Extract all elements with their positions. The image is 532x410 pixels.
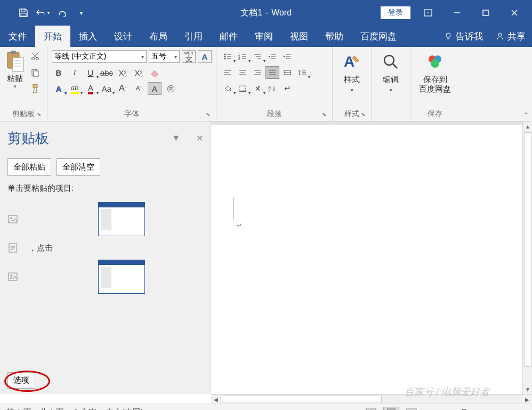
enclose-char-button[interactable]: ㊫: [164, 82, 178, 95]
redo-icon[interactable]: [54, 5, 69, 20]
print-layout-button[interactable]: [383, 407, 399, 411]
horizontal-scrollbar[interactable]: ◀ ▶: [211, 394, 532, 404]
copy-button[interactable]: [29, 66, 42, 79]
text-effects-button[interactable]: A▾: [52, 82, 66, 95]
increase-indent-button[interactable]: [280, 50, 294, 63]
line-spacing-button[interactable]: ▾: [295, 66, 309, 79]
dialog-launcher-icon[interactable]: ⬊: [35, 111, 43, 119]
tab-help[interactable]: 帮助: [317, 26, 352, 47]
borders-button[interactable]: ▾: [236, 82, 249, 95]
phonetic-guide-button[interactable]: wén文: [182, 50, 196, 63]
clipboard-item[interactable]: [7, 199, 203, 239]
sort-button[interactable]: AZ: [265, 82, 279, 95]
superscript-button[interactable]: X2: [132, 66, 146, 79]
dialog-launcher-icon[interactable]: ⬊: [359, 111, 367, 119]
align-justify-button[interactable]: [265, 66, 279, 79]
scroll-right-icon[interactable]: ▶: [522, 395, 532, 404]
cut-button[interactable]: [29, 50, 42, 63]
font-size-combo[interactable]: 五号▾: [149, 50, 180, 63]
page-status[interactable]: 第 1 页，共 1 页: [6, 407, 64, 410]
scroll-thumb[interactable]: [222, 396, 382, 403]
decrease-indent-button[interactable]: [265, 50, 279, 63]
align-center-button[interactable]: [236, 66, 249, 79]
tab-insert[interactable]: 插入: [70, 26, 106, 47]
tab-home[interactable]: 开始: [35, 26, 70, 47]
edit-button[interactable]: 编辑▾: [375, 49, 407, 109]
panel-close-icon[interactable]: ✕: [196, 133, 203, 143]
doc-name: 文档1: [240, 7, 262, 19]
tab-review[interactable]: 审阅: [246, 26, 281, 47]
save-icon[interactable]: [16, 5, 31, 20]
collapse-ribbon-icon[interactable]: ⌃: [523, 111, 529, 119]
multilevel-button[interactable]: ▾: [251, 50, 264, 63]
minimize-icon[interactable]: [446, 4, 468, 21]
underline-button[interactable]: U▾: [84, 66, 98, 79]
share-button[interactable]: 共享: [489, 26, 532, 47]
scroll-down-icon[interactable]: ▼: [523, 384, 532, 394]
clipboard-item[interactable]: [7, 256, 203, 297]
ribbon-display-icon[interactable]: [417, 4, 439, 21]
svg-text:A: A: [344, 53, 354, 70]
highlight-button[interactable]: ab▾: [68, 82, 82, 95]
zoom-out-button[interactable]: −: [424, 408, 429, 411]
strikethrough-button[interactable]: abc: [100, 66, 114, 79]
tab-file[interactable]: 文件: [0, 26, 35, 47]
svg-rect-66: [239, 86, 246, 91]
options-button[interactable]: 选项: [7, 372, 35, 389]
tab-mailings[interactable]: 邮件: [211, 26, 246, 47]
zoom-level[interactable]: 100%: [505, 408, 526, 410]
char-shading-button[interactable]: A: [148, 82, 162, 95]
dialog-launcher-icon[interactable]: ⬊: [320, 111, 328, 119]
read-mode-button[interactable]: [363, 407, 379, 411]
bullets-button[interactable]: ▾: [221, 50, 235, 63]
font-color-button[interactable]: A▾: [84, 82, 98, 95]
zoom-in-button[interactable]: +: [496, 408, 501, 411]
group-clipboard: 粘贴 ▾ 剪贴板⬊: [0, 47, 47, 121]
bold-button[interactable]: B: [52, 66, 66, 79]
language-status[interactable]: 中文(中国): [106, 407, 143, 410]
paste-button[interactable]: 粘贴 ▾: [3, 49, 27, 90]
clear-all-button[interactable]: 全部清空: [57, 158, 100, 176]
tab-baidu[interactable]: 百度网盘: [352, 26, 405, 47]
tab-view[interactable]: 视图: [281, 26, 317, 47]
save-baidu-button[interactable]: 保存到百度网盘: [414, 49, 456, 108]
grow-font-button[interactable]: Aˇ: [116, 82, 130, 95]
panel-menu-icon[interactable]: ▼: [172, 133, 180, 143]
numbering-button[interactable]: 123▾: [236, 50, 249, 63]
scroll-left-icon[interactable]: ◀: [211, 395, 221, 404]
scroll-up-icon[interactable]: ▲: [523, 122, 532, 131]
italic-button[interactable]: I: [68, 66, 82, 79]
shading-button[interactable]: ▾: [221, 82, 235, 95]
align-right-button[interactable]: [251, 66, 264, 79]
show-marks-button[interactable]: ↵: [280, 82, 294, 95]
close-icon[interactable]: [503, 4, 526, 21]
tell-me-button[interactable]: 告诉我: [438, 26, 489, 47]
shrink-font-button[interactable]: Aˇ: [132, 82, 146, 95]
document-canvas[interactable]: ↵: [211, 122, 522, 394]
dialog-launcher-icon[interactable]: ⬊: [204, 111, 212, 119]
clear-format-button[interactable]: [148, 66, 162, 79]
distribute-button[interactable]: [280, 66, 294, 79]
status-bar: 第 1 页，共 1 页 0 个字 中文(中国) − + 100%: [0, 404, 532, 410]
qat-customize-icon[interactable]: ▾: [74, 5, 88, 20]
word-count[interactable]: 0 个字: [74, 407, 96, 410]
asian-layout-button[interactable]: ✕̂▾: [251, 82, 264, 95]
paste-all-button[interactable]: 全部粘贴: [7, 158, 51, 176]
change-case-button[interactable]: Aa▾: [100, 82, 114, 95]
clipboard-item[interactable]: ，点击: [7, 239, 203, 256]
web-layout-button[interactable]: [404, 407, 420, 411]
maximize-icon[interactable]: [474, 4, 497, 21]
scroll-thumb[interactable]: [524, 132, 531, 367]
vertical-scrollbar[interactable]: ▲ ▼: [522, 122, 532, 394]
tab-references[interactable]: 引用: [176, 26, 211, 47]
char-border-button[interactable]: A: [198, 50, 212, 63]
subscript-button[interactable]: X2: [116, 66, 130, 79]
tab-design[interactable]: 设计: [106, 26, 141, 47]
styles-button[interactable]: A 样式▾: [336, 49, 368, 108]
tab-layout[interactable]: 布局: [141, 26, 176, 47]
login-button[interactable]: 登录: [381, 6, 410, 19]
font-name-combo[interactable]: 等线 (中文正文)▾: [52, 50, 147, 63]
align-left-button[interactable]: [221, 66, 235, 79]
undo-icon[interactable]: ▾: [35, 5, 50, 20]
format-painter-button[interactable]: [29, 82, 42, 95]
